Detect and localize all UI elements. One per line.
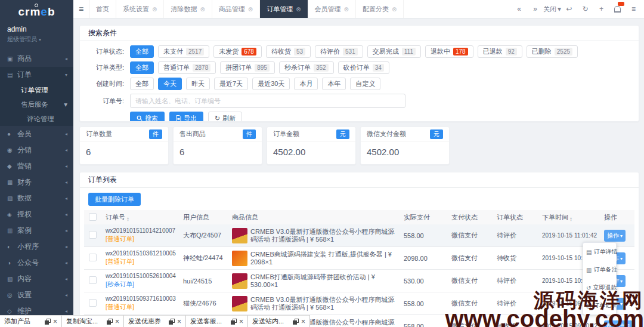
refresh-icon[interactable]: ↻	[577, 0, 593, 18]
nav-tab-配置分类[interactable]: 配置分类⊗	[356, 0, 404, 18]
row-checkbox[interactable]	[89, 231, 97, 239]
select-all-checkbox[interactable]	[89, 213, 97, 221]
bell-icon[interactable]	[609, 0, 626, 18]
row-action-button[interactable]: 操作▾	[634, 320, 634, 327]
refresh-list-button[interactable]: ↻ 刷新	[208, 112, 242, 122]
filter-秒杀订单[interactable]: 秒杀订单352	[279, 61, 334, 74]
sidebar-item-订单管理[interactable]: 订单管理	[0, 83, 73, 97]
dropdown-item-订单记录[interactable]: ◷订单记录	[583, 297, 616, 314]
sidebar-item-财务[interactable]: ▦财务◂	[0, 174, 73, 190]
sidebar-item-营销[interactable]: ◆营销◂	[0, 158, 73, 174]
export-button[interactable]: 导出	[169, 112, 203, 122]
taskbar-tab-发送优惠券[interactable]: 发送优惠券×	[124, 315, 186, 327]
app-logo[interactable]: crmeb	[0, 0, 73, 24]
filter-自定义[interactable]: 自定义	[350, 78, 380, 90]
sidebar-item-设置[interactable]: ◎设置◂	[0, 287, 73, 303]
filter-未支付[interactable]: 未支付2517	[158, 45, 209, 58]
tab-close-icon[interactable]: ⊗	[392, 6, 397, 13]
plus-icon[interactable]: +	[593, 0, 609, 18]
filter-昨天[interactable]: 昨天	[186, 78, 210, 90]
taskbar-tab-添加产品[interactable]: 添加产品×	[0, 315, 62, 327]
filter-全部[interactable]: 全部	[130, 45, 154, 58]
tab-close-icon[interactable]: ⊗	[152, 6, 157, 13]
restore-window-icon[interactable]	[169, 319, 175, 325]
dropdown-item-立即退款[interactable]: ↺立即退款	[583, 279, 616, 297]
filter-普通订单[interactable]: 普通订单2878	[158, 61, 216, 74]
filter-待评价[interactable]: 待评价531	[315, 45, 363, 58]
filter-今天[interactable]: 今天	[158, 78, 182, 90]
filter-砍价订单[interactable]: 砍价订单34	[338, 61, 389, 74]
row-checkbox[interactable]	[89, 254, 97, 261]
collapse-sidebar-button[interactable]: ≡	[73, 0, 89, 18]
sidebar-item-数据[interactable]: ▨数据◂	[0, 190, 73, 206]
close-tabs-dropdown[interactable]: 关闭▾	[543, 0, 561, 18]
filter-已删除[interactable]: 已删除2525	[527, 45, 578, 58]
column-header-下单时间[interactable]: 下单时间▴▾	[537, 213, 603, 222]
dropdown-item-订单详情[interactable]: ▤订单详情	[583, 243, 616, 261]
delivery-info-button[interactable]: 配送信息	[604, 320, 633, 327]
nav-tab-商品管理[interactable]: 商品管理⊗	[212, 0, 260, 18]
tab-close-icon[interactable]: ⊗	[200, 6, 205, 13]
restore-window-icon[interactable]	[45, 319, 51, 325]
sidebar-item-售后服务[interactable]: 售后服务▾	[0, 97, 73, 112]
filter-未发货[interactable]: 未发货678	[213, 45, 262, 58]
nav-tab-清除数据[interactable]: 清除数据⊗	[164, 0, 212, 18]
close-window-icon[interactable]: ×	[53, 317, 57, 326]
order-search-input[interactable]	[130, 94, 405, 108]
menu-list-icon[interactable]: ≡	[626, 0, 642, 18]
taskbar-tab-发送站内...[interactable]: 发送站内...×	[248, 315, 310, 327]
tab-close-icon[interactable]: ⊗	[344, 6, 349, 13]
dropdown-item-订单备注[interactable]: ▥订单备注	[583, 261, 616, 279]
double-arrow-left-icon[interactable]: «	[511, 0, 527, 18]
filter-待收货[interactable]: 待收货53	[266, 45, 311, 58]
sort-icon[interactable]: ▴▾	[570, 217, 572, 221]
sidebar-item-分销[interactable]: ◉分销◂	[0, 142, 73, 158]
double-arrow-right-icon[interactable]: »	[527, 0, 543, 18]
restore-window-icon[interactable]	[231, 319, 237, 325]
sidebar-item-小程序[interactable]: ◐小程序◂	[0, 239, 73, 255]
filter-交易完成[interactable]: 交易完成111	[367, 45, 421, 58]
nav-tab-会员管理[interactable]: 会员管理⊗	[308, 0, 356, 18]
sidebar-item-案例[interactable]: ▥案例◂	[0, 223, 73, 239]
taskbar-tab-发送客服...[interactable]: 发送客服...×	[186, 315, 248, 327]
search-button[interactable]: 搜索	[130, 112, 165, 122]
sidebar-item-评论管理[interactable]: 评论管理	[0, 112, 73, 126]
nav-tab-系统设置[interactable]: 系统设置⊗	[116, 0, 164, 18]
nav-tab-首页[interactable]: 首页	[89, 0, 116, 18]
filter-本月[interactable]: 本月	[294, 78, 318, 90]
restore-window-icon[interactable]	[107, 319, 113, 325]
tab-close-icon[interactable]: ⊗	[248, 6, 253, 13]
sidebar-item-授权[interactable]: ◈授权◂	[0, 206, 73, 223]
filter-已退款[interactable]: 已退款92	[478, 45, 522, 58]
sort-icon[interactable]: ▴▾	[127, 217, 129, 221]
close-window-icon[interactable]: ×	[239, 317, 243, 326]
filter-拼团订单[interactable]: 拼团订单895	[220, 61, 275, 74]
sidebar-item-商品[interactable]: ▣商品◂	[0, 51, 73, 67]
restore-window-icon[interactable]	[293, 319, 299, 325]
filter-最近7天[interactable]: 最近7天	[214, 78, 248, 90]
close-window-icon[interactable]: ×	[177, 317, 181, 326]
sidebar-item-会员[interactable]: ●会员◂	[0, 126, 73, 142]
row-checkbox[interactable]	[89, 299, 97, 307]
taskbar-tab-复制淘宝...[interactable]: 复制淘宝...×	[62, 315, 124, 327]
chip-label: 砍价订单	[343, 63, 370, 72]
row-checkbox[interactable]	[89, 276, 97, 284]
nav-tab-订单管理[interactable]: 订单管理⊗	[260, 0, 308, 18]
close-window-icon[interactable]: ×	[301, 317, 305, 326]
user-role-dropdown[interactable]: 超级管理员▾	[7, 35, 66, 44]
filter-退款中[interactable]: 退款中178	[425, 45, 473, 58]
sidebar-item-订单[interactable]: ▤订单▾	[0, 67, 73, 83]
product-text: CRMEB商城源码搭建安装 打通版,提供服务器 | ¥ 2098×1	[250, 251, 399, 266]
close-window-icon[interactable]: ×	[115, 317, 119, 326]
sidebar-item-内容[interactable]: ▧内容◂	[0, 271, 73, 287]
back-arrow-icon[interactable]: ↩	[561, 0, 577, 18]
filter-全部[interactable]: 全部	[130, 61, 154, 74]
filter-最近30天[interactable]: 最近30天	[252, 78, 290, 90]
bulk-delete-orders-button[interactable]: 批量删除订单	[88, 193, 141, 206]
row-action-button[interactable]: 操作▾	[604, 230, 626, 242]
sidebar-item-公众号[interactable]: ◑公众号◂	[0, 255, 73, 271]
tab-close-icon[interactable]: ⊗	[296, 6, 301, 13]
filter-全部[interactable]: 全部	[130, 78, 154, 90]
column-header-订单号[interactable]: 订单号▴▾	[101, 213, 178, 222]
filter-本年[interactable]: 本年	[322, 78, 346, 90]
